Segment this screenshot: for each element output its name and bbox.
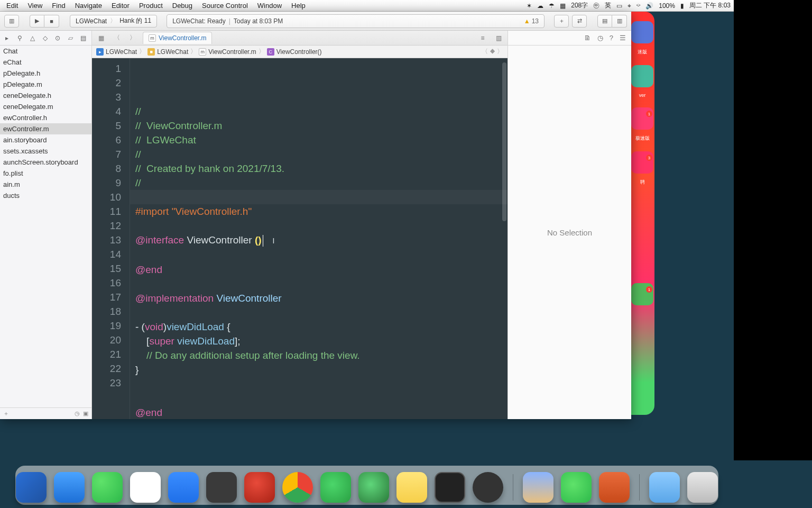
code-line[interactable]: // bbox=[135, 104, 502, 119]
code-line[interactable]: } bbox=[135, 362, 502, 377]
add-icon[interactable]: ＋ bbox=[3, 410, 9, 418]
code-line[interactable]: // Do any additional setup after loading… bbox=[135, 348, 502, 362]
file-tree[interactable]: ChateChatpDelegate.hpDelegate.mceneDeleg… bbox=[0, 46, 91, 407]
dock-app-androidstudio[interactable] bbox=[358, 472, 389, 503]
file-tree-item[interactable]: ewController.m bbox=[0, 123, 91, 134]
status-icon[interactable]: ✶ bbox=[527, 2, 532, 10]
code-line[interactable] bbox=[135, 248, 502, 262]
file-tree-item[interactable]: ain.m bbox=[0, 179, 91, 190]
dock-app-notes[interactable] bbox=[396, 472, 427, 503]
search-icon[interactable]: ⚲ bbox=[15, 34, 24, 42]
menu-edit[interactable]: Edit bbox=[6, 2, 18, 10]
file-tree-item[interactable]: ssets.xcassets bbox=[0, 146, 91, 157]
code-line[interactable]: // LGWeChat bbox=[135, 133, 502, 147]
code-line[interactable]: @end bbox=[135, 405, 502, 419]
toggle-icon[interactable]: ◆ bbox=[490, 47, 495, 56]
library-button[interactable]: ＋ bbox=[554, 15, 569, 28]
menu-navigate[interactable]: Navigate bbox=[75, 2, 102, 10]
code-line[interactable] bbox=[135, 277, 502, 291]
file-tree-item[interactable]: eChat bbox=[0, 57, 91, 68]
code-line[interactable] bbox=[135, 377, 502, 391]
file-tree-item[interactable]: ain.storyboard bbox=[0, 134, 91, 146]
bluetooth-icon[interactable]: ⌖ bbox=[628, 2, 631, 10]
stop-button[interactable]: ■ bbox=[44, 15, 59, 28]
next-icon[interactable]: 〉 bbox=[497, 47, 503, 56]
volume-icon[interactable]: 🔊 bbox=[645, 2, 653, 10]
scheme-selector[interactable]: LGWeChat 〉 Hank 的 11 bbox=[70, 15, 157, 28]
file-tree-item[interactable]: ducts bbox=[0, 190, 91, 201]
status-icon[interactable]: ▦ bbox=[560, 2, 566, 10]
phone-app-icon[interactable] bbox=[631, 21, 653, 43]
inspector-toggle-button[interactable]: ▥ bbox=[612, 15, 627, 28]
dock-app-screenshot[interactable] bbox=[473, 472, 503, 503]
menu-help[interactable]: Help bbox=[291, 2, 306, 10]
dock-app-ding[interactable] bbox=[168, 472, 199, 503]
code-line[interactable]: // bbox=[135, 147, 502, 161]
report-icon[interactable]: ▤ bbox=[78, 34, 88, 42]
dock-app-folder[interactable] bbox=[649, 472, 680, 503]
adjust-editor-icon[interactable]: ▥ bbox=[493, 34, 504, 42]
file-tree-item[interactable]: Chat bbox=[0, 46, 91, 57]
breakpoint-icon[interactable]: ▱ bbox=[66, 34, 75, 42]
code-line[interactable]: @end bbox=[135, 262, 502, 277]
menu-debug[interactable]: Debug bbox=[172, 2, 192, 10]
ime-count[interactable]: 208字 bbox=[571, 1, 588, 10]
attributes-inspector-icon[interactable]: ☰ bbox=[620, 34, 626, 42]
scrollbar-thumb[interactable] bbox=[502, 62, 506, 221]
code-line[interactable]: // ViewController.m bbox=[135, 119, 502, 133]
warning-indicator[interactable]: ▲ 13 bbox=[524, 17, 539, 25]
status-icon[interactable]: ☂︎ bbox=[549, 2, 555, 10]
dock-app-facetime[interactable] bbox=[561, 472, 592, 503]
dock-app-evernote[interactable] bbox=[320, 472, 351, 503]
status-icon[interactable]: ☁︎ bbox=[537, 2, 543, 10]
jump-bar[interactable]: ▸LGWeChat 〉 ■LGWeChat 〉 mViewController.… bbox=[92, 46, 508, 58]
code-line[interactable]: - (void)viewDidLoad { bbox=[135, 320, 502, 334]
ime-icon[interactable]: ㊥ bbox=[593, 1, 599, 10]
dock-app-pom[interactable] bbox=[244, 472, 275, 503]
file-tree-item[interactable]: pDelegate.h bbox=[0, 68, 91, 79]
history-inspector-icon[interactable]: ◷ bbox=[597, 34, 603, 42]
code-line[interactable]: @interface ViewController ()I bbox=[135, 233, 502, 248]
dock-app-preview[interactable] bbox=[523, 472, 553, 503]
run-button[interactable]: ▶ bbox=[30, 15, 44, 28]
file-tree-item[interactable]: ceneDelegate.h bbox=[0, 90, 91, 101]
code-editor[interactable]: 1234567891011121314151617181920212223 //… bbox=[92, 58, 508, 419]
menu-editor[interactable]: Editor bbox=[112, 2, 130, 10]
battery-text[interactable]: 100% bbox=[659, 2, 675, 10]
file-tree-item[interactable]: aunchScreen.storyboard bbox=[0, 157, 91, 168]
editor-layout-button[interactable]: ▤ bbox=[597, 15, 612, 28]
warning-icon[interactable]: △ bbox=[27, 34, 37, 42]
test-icon[interactable]: ◇ bbox=[40, 34, 50, 42]
dock-app-xcode[interactable] bbox=[54, 472, 85, 503]
dock-app-wechat[interactable] bbox=[92, 472, 123, 503]
clock-icon[interactable]: ◷ bbox=[75, 410, 80, 417]
code-line[interactable]: #import "ViewController.h" bbox=[135, 204, 502, 219]
battery-icon[interactable]: ▮ bbox=[680, 2, 684, 10]
code-line[interactable]: [super viewDidLoad]; bbox=[135, 334, 502, 348]
dock-app-qq[interactable] bbox=[130, 472, 161, 503]
debug-icon[interactable]: ⊙ bbox=[53, 34, 62, 42]
code-line[interactable]: // Created by hank on 2021/7/13. bbox=[135, 161, 502, 176]
dock-app-finder[interactable] bbox=[16, 472, 47, 503]
menu-source-control[interactable]: Source Control bbox=[202, 2, 248, 10]
phone-app-icon[interactable] bbox=[631, 65, 653, 87]
forward-button[interactable]: 〉 bbox=[127, 33, 139, 42]
code-line[interactable] bbox=[135, 305, 502, 320]
dock-app-terminal[interactable] bbox=[435, 472, 465, 503]
menu-find[interactable]: Find bbox=[52, 2, 65, 10]
scope-icon[interactable]: ▣ bbox=[83, 410, 88, 417]
ime-icon[interactable]: 英 bbox=[605, 1, 611, 10]
minimap-icon[interactable]: ≡ bbox=[477, 34, 488, 42]
menu-product[interactable]: Product bbox=[139, 2, 163, 10]
code-line[interactable] bbox=[135, 391, 502, 405]
file-tree-item[interactable]: pDelegate.m bbox=[0, 79, 91, 90]
editor-tab[interactable]: m ViewController.m bbox=[143, 32, 212, 44]
dock-app-chrome[interactable] bbox=[282, 472, 313, 503]
screenmirror-icon[interactable]: ▭ bbox=[616, 2, 622, 10]
code-review-button[interactable]: ⇄ bbox=[572, 15, 587, 28]
dock-app-sublime[interactable] bbox=[206, 472, 237, 503]
code-line[interactable]: // bbox=[135, 176, 502, 190]
back-button[interactable]: 〈 bbox=[111, 33, 123, 42]
help-inspector-icon[interactable]: ? bbox=[610, 34, 613, 42]
dock-app-trash[interactable] bbox=[687, 472, 718, 503]
